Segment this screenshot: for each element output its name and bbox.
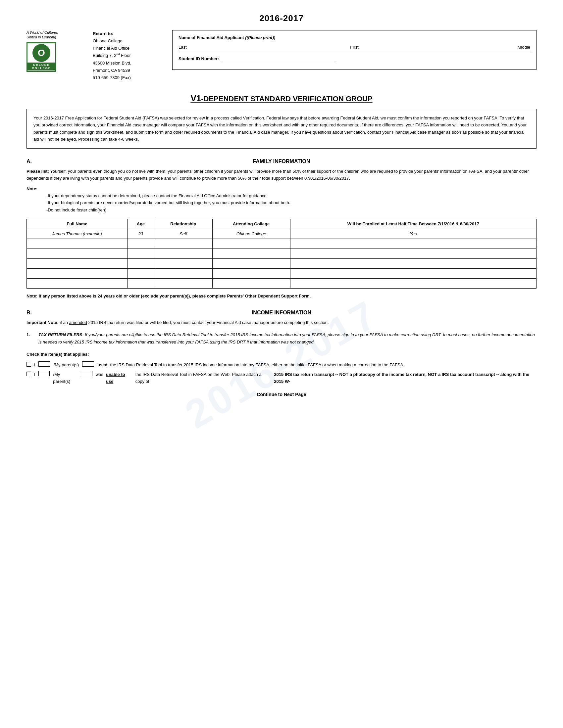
cell-enroll-1[interactable] <box>290 239 537 249</box>
note-line-3: -Do not include foster child(ren) <box>46 206 537 213</box>
example-enrolled: Yes <box>290 229 537 239</box>
logo-area: A World of Cultures United in Learning O… <box>26 30 79 72</box>
col-relationship: Relationship <box>154 219 212 229</box>
cell-rel-4[interactable] <box>154 269 212 279</box>
name-box: Name of Financial Aid Applicant ((Please… <box>172 30 537 70</box>
col-attending-college: Attending College <box>212 219 290 229</box>
table-row-example: James Thomas (example) 23 Self Ohlone Co… <box>27 229 537 239</box>
college-name-bar: OHLONECOLLEGE <box>27 63 55 70</box>
name-fields: Last First Middle <box>178 45 530 51</box>
table-row[interactable] <box>27 239 537 249</box>
cell-age-4[interactable] <box>127 269 154 279</box>
section-b-title: INCOME INFORMATION <box>40 310 523 316</box>
cell-age-1[interactable] <box>127 239 154 249</box>
cell-col-2[interactable] <box>212 249 290 259</box>
fax: 510-659-7309 (Fax) <box>93 74 159 81</box>
col-fullname: Full Name <box>27 219 127 229</box>
section-a-header: A. FAMILY INFORMATION <box>26 159 537 164</box>
return-to: Return to: Ohlone College Financial Aid … <box>93 30 159 81</box>
check2-desc: the IRS Data Retrieval Tool in FAFSA on … <box>135 371 271 385</box>
family-table: Full Name Age Relationship Attending Col… <box>26 219 537 289</box>
example-relationship: Self <box>154 229 212 239</box>
field-last: Last <box>178 45 298 50</box>
section-b-header: B. INCOME INFORMATION <box>26 310 537 316</box>
check2-input-1[interactable] <box>38 371 50 376</box>
note-line-1: -If your dependency status cannot be det… <box>46 192 537 199</box>
cell-age-3[interactable] <box>127 259 154 269</box>
checkbox-1a[interactable] <box>26 362 31 367</box>
cell-col-4[interactable] <box>212 269 290 279</box>
student-id-input[interactable] <box>222 56 335 61</box>
check1-parent: /My parent(s) <box>54 361 79 368</box>
cell-rel-1[interactable] <box>154 239 212 249</box>
section-a-letter: A. <box>26 159 40 164</box>
item-number-1: 1. <box>26 331 34 345</box>
check-row-2: I /My parent(s) was unable to use the IR… <box>26 371 537 385</box>
note-block: Note: -If your dependency status cannot … <box>26 185 537 214</box>
check1-input-2[interactable] <box>82 361 94 367</box>
cell-name-5[interactable] <box>27 279 127 289</box>
cell-col-3[interactable] <box>212 259 290 269</box>
cell-name-3[interactable] <box>27 259 127 269</box>
cell-enroll-5[interactable] <box>290 279 537 289</box>
cell-enroll-3[interactable] <box>290 259 537 269</box>
table-row[interactable] <box>27 269 537 279</box>
building-info: Building 7, 2nd Floor <box>93 52 159 59</box>
cell-age-2[interactable] <box>127 249 154 259</box>
office-name: Financial Aid Office <box>93 45 159 52</box>
cell-col-1[interactable] <box>212 239 290 249</box>
cell-col-5[interactable] <box>212 279 290 289</box>
cell-name-2[interactable] <box>27 249 127 259</box>
example-name: James Thomas (example) <box>27 229 127 239</box>
check1-input-1[interactable] <box>38 361 50 367</box>
cell-enroll-4[interactable] <box>290 269 537 279</box>
cell-rel-5[interactable] <box>154 279 212 289</box>
logo-circle: O <box>32 44 50 62</box>
check2-bold: 2015 IRS tax return transcript -- NOT a … <box>274 371 537 385</box>
table-row[interactable] <box>27 249 537 259</box>
address: 43600 Mission Blvd. <box>93 60 159 67</box>
table-row[interactable] <box>27 259 537 269</box>
logo-letter: O <box>38 48 45 58</box>
check2-input-2[interactable] <box>81 371 92 376</box>
cell-name-1[interactable] <box>27 239 127 249</box>
example-age: 23 <box>127 229 154 239</box>
header-section: A World of Cultures United in Learning O… <box>26 30 537 81</box>
section-b-letter: B. <box>26 310 40 316</box>
check2-unable: unable to use <box>106 371 133 385</box>
cell-rel-3[interactable] <box>154 259 212 269</box>
col-age: Age <box>127 219 154 229</box>
example-college: Ohlone College <box>212 229 290 239</box>
check-items-label: Check the item(s) that applies: <box>26 351 537 358</box>
year-title: 2016-2017 <box>26 13 537 23</box>
continue-footer: Continue to Next Page <box>26 392 537 397</box>
important-note: Important Note: if an amended 2015 IRS t… <box>26 319 537 326</box>
check2-parent: /My parent(s) <box>53 371 77 385</box>
cell-enroll-2[interactable] <box>290 249 537 259</box>
note-line-2: -If your biological parents are never ma… <box>46 199 537 206</box>
check1-text1: I <box>34 361 35 368</box>
cell-name-4[interactable] <box>27 269 127 279</box>
field-first: First <box>298 45 418 50</box>
cell-age-5[interactable] <box>127 279 154 289</box>
please-list: Please list: Yourself, your parents even… <box>26 168 537 182</box>
logo-box: O OHLONECOLLEGE <box>26 42 56 72</box>
city-state-zip: Fremont, CA 94539 <box>93 67 159 74</box>
main-title: V1-DEPENDENT STANDARD VERIFICATION GROUP <box>26 93 537 104</box>
check2-text1: I <box>34 371 35 378</box>
continue-text: Continue to Next Page <box>257 392 306 397</box>
tax-return-filers-item: 1. TAX RETURN FILERS: If you/your parent… <box>26 331 537 345</box>
table-row[interactable] <box>27 279 537 289</box>
check1-used: used <box>97 361 107 368</box>
col-enrolled: Will be Enrolled at Least Half Time Betw… <box>290 219 537 229</box>
note-bottom: Note: If any person listed above is 24 y… <box>26 293 537 299</box>
name-box-title: Name of Financial Aid Applicant ((Please… <box>178 35 530 40</box>
logo-tagline: A World of Cultures United in Learning <box>26 30 58 40</box>
cell-rel-2[interactable] <box>154 249 212 259</box>
field-middle: Middle <box>417 45 530 50</box>
table-header-row: Full Name Age Relationship Attending Col… <box>27 219 537 229</box>
intro-box: Your 2016-2017 Free Application for Fede… <box>26 109 537 149</box>
student-id-row: Student ID Number: <box>178 56 530 61</box>
section-a-title: FAMILY INFORMATION <box>40 159 523 164</box>
checkbox-2a[interactable] <box>26 372 31 376</box>
